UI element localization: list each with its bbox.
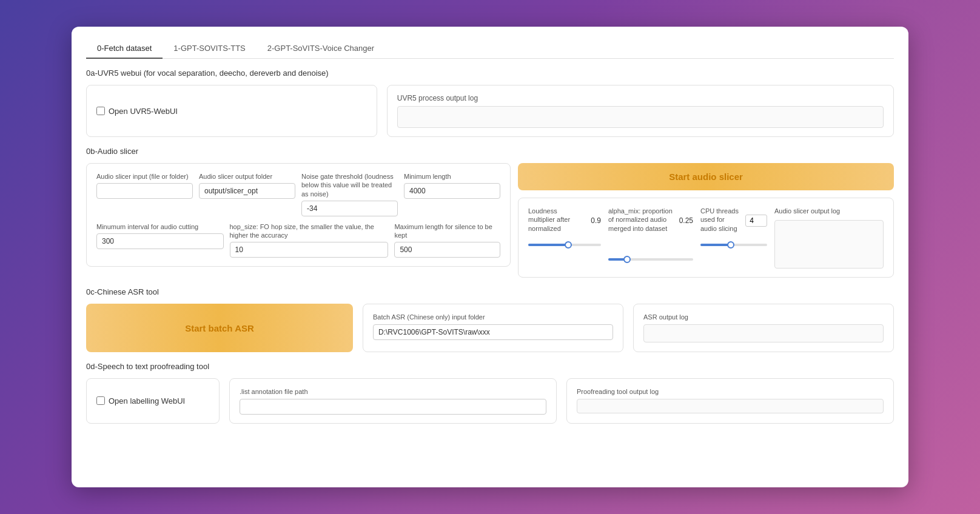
loudness-group: Loudness multiplier after normalized 0.9 (528, 207, 601, 252)
audio-slicer-input-label: Audio slicer input (file or folder) (96, 172, 193, 181)
main-card: 0-Fetch dataset 1-GPT-SOVITS-TTS 2-GPT-S… (72, 27, 908, 487)
loudness-label-row: Loudness multiplier after normalized 0.9 (528, 207, 601, 235)
slicer-fields-row1: Audio slicer input (file or folder) Audi… (96, 172, 500, 216)
open-labelling-label: Open labelling WebUI (109, 396, 185, 406)
slicer-output-log-label: Audio slicer output log (774, 207, 884, 215)
proofreading-log-area (577, 399, 884, 413)
alpha-mix-value: 0.25 (679, 216, 693, 225)
open-uvr5-checkbox[interactable] (96, 107, 105, 115)
min-length-input[interactable] (404, 183, 500, 199)
noise-gate-group: Noise gate threshold (loudness below thi… (301, 172, 398, 216)
uvr5-left-panel: Open UVR5-WebUI (86, 85, 377, 137)
uvr5-log-area (397, 106, 884, 128)
open-uvr5-label: Open UVR5-WebUI (109, 107, 178, 116)
annotation-file-label: .list annotation file path (240, 387, 546, 396)
uvr5-log-label: UVR5 process output log (397, 94, 884, 102)
alpha-mix-slider-track (608, 258, 693, 261)
asr-output-log-area (643, 324, 884, 342)
slicer-fields-row2: Minumum interval for audio cutting hop_s… (96, 222, 500, 258)
asr-input-folder-panel: Batch ASR (Chinese only) input folder (363, 304, 623, 352)
hop-size-input[interactable] (230, 242, 389, 258)
hop-size-label: hop_size: FO hop size, the smaller the v… (230, 222, 389, 240)
uvr5-right-panel: UVR5 process output log (387, 85, 894, 137)
cpu-threads-slider-container (700, 240, 767, 252)
output-folder-label: Audio slicer output folder (199, 172, 295, 181)
tab-bar: 0-Fetch dataset 1-GPT-SOVITS-TTS 2-GPT-S… (86, 39, 894, 59)
cpu-threads-label: CPU threads used for audio slicing (700, 207, 739, 233)
start-batch-asr-button[interactable]: Start batch ASR (86, 304, 353, 352)
min-interval-input[interactable] (96, 233, 224, 249)
max-silence-input[interactable] (394, 242, 500, 258)
min-length-group: Minimum length (404, 172, 500, 216)
max-silence-group: Maximum length for silence to be kept (394, 222, 500, 258)
alpha-mix-label: alpha_mix: proportion of normalized audi… (608, 207, 673, 233)
tab-gpt-sovits-vc[interactable]: 2-GPT-SoVITS-Voice Changer (257, 39, 385, 59)
min-length-label: Minimum length (404, 172, 500, 181)
proofreading-log-panel: Proofreading tool output log (566, 378, 894, 423)
proofreading-log-label: Proofreading tool output log (577, 387, 884, 396)
slicer-fields-panel: Audio slicer input (file or folder) Audi… (86, 163, 511, 267)
hop-size-group: hop_size: FO hop size, the smaller the v… (230, 222, 389, 258)
speech-left-panel: Open labelling WebUI (86, 378, 220, 423)
min-interval-group: Minumum interval for audio cutting (96, 222, 224, 258)
open-uvr5-checkbox-label[interactable]: Open UVR5-WebUI (96, 107, 178, 116)
audio-slicer-input[interactable] (96, 183, 193, 199)
speech-section-label: 0d-Speech to text proofreading tool (86, 362, 894, 371)
audio-slicer-section-label: 0b-Audio slicer (86, 147, 894, 156)
start-audio-slicer-button[interactable]: Start audio slicer (518, 163, 894, 190)
uvr5-section-label: 0a-UVR5 webui (for vocal separation, dee… (86, 68, 894, 78)
controls-row: Loudness multiplier after normalized 0.9 (528, 207, 884, 269)
loudness-value: 0.9 (591, 216, 601, 225)
asr-section-label: 0c-Chinese ASR tool (86, 287, 894, 296)
tab-gpt-sovits-tts[interactable]: 1-GPT-SOVITS-TTS (163, 39, 256, 59)
noise-gate-input[interactable] (301, 201, 398, 216)
speech-row: Open labelling WebUI .list annotation fi… (86, 378, 894, 423)
noise-gate-label: Noise gate threshold (loudness below thi… (301, 172, 398, 198)
asr-btn-box: Start batch ASR (86, 304, 353, 352)
open-labelling-checkbox-label[interactable]: Open labelling WebUI (96, 396, 185, 406)
alpha-mix-label-row: alpha_mix: proportion of normalized audi… (608, 207, 693, 235)
alpha-mix-slider-thumb[interactable] (623, 256, 631, 263)
cpu-threads-slider-track (700, 244, 767, 246)
tab-fetch-dataset[interactable]: 0-Fetch dataset (86, 39, 163, 59)
alpha-mix-slider-container (608, 255, 693, 267)
cpu-threads-group: CPU threads used for audio slicing (700, 207, 767, 252)
slicer-grid: Audio slicer input (file or folder) Audi… (86, 163, 894, 278)
output-folder-group: Audio slicer output folder (199, 172, 295, 216)
open-labelling-checkbox[interactable] (96, 396, 105, 405)
cpu-threads-slider-thumb[interactable] (727, 241, 734, 249)
annotation-file-panel: .list annotation file path (229, 378, 557, 423)
loudness-slider-thumb[interactable] (565, 241, 572, 249)
audio-slicer-input-group: Audio slicer input (file or folder) (96, 172, 193, 216)
loudness-label: Loudness multiplier after normalized (528, 207, 585, 233)
cpu-threads-label-row: CPU threads used for audio slicing (700, 207, 767, 235)
slicer-output-log-group: Audio slicer output log (774, 207, 884, 269)
loudness-slider-fill (528, 244, 568, 246)
slicer-left: Audio slicer input (file or folder) Audi… (86, 163, 511, 278)
uvr5-row: Open UVR5-WebUI UVR5 process output log (86, 85, 894, 137)
loudness-slider-track (528, 244, 601, 246)
cpu-threads-input[interactable] (745, 215, 767, 227)
max-silence-label: Maximum length for silence to be kept (394, 222, 500, 240)
slicer-right: Start audio slicer Loudness multiplier a… (518, 163, 894, 278)
asr-row: Start batch ASR Batch ASR (Chinese only)… (86, 304, 894, 352)
asr-output-log-label: ASR output log (643, 313, 884, 321)
cpu-threads-slider-fill (700, 244, 731, 246)
alpha-mix-group: alpha_mix: proportion of normalized audi… (608, 207, 693, 267)
annotation-file-input[interactable] (240, 399, 546, 415)
asr-input-folder-label: Batch ASR (Chinese only) input folder (373, 313, 613, 321)
slicer-controls-panel: Loudness multiplier after normalized 0.9 (518, 198, 894, 278)
slicer-output-log-area (774, 220, 884, 269)
min-interval-label: Minumum interval for audio cutting (96, 222, 224, 231)
asr-input-folder-input[interactable] (373, 324, 613, 340)
output-folder-input[interactable] (199, 183, 295, 199)
loudness-slider-container (528, 240, 601, 252)
asr-output-log-panel: ASR output log (633, 304, 894, 352)
